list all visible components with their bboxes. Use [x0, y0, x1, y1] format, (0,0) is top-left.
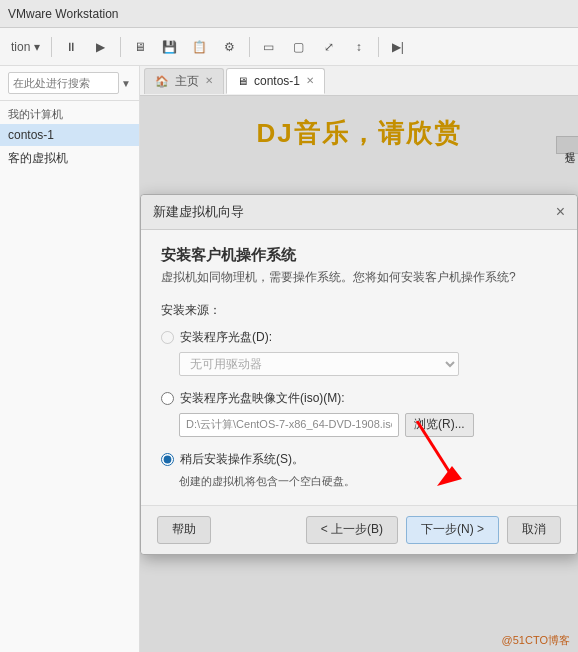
- dialog-titlebar: 新建虚拟机向导 ×: [141, 195, 577, 230]
- menu-button[interactable]: tion ▾: [6, 34, 45, 60]
- dialog-close-button[interactable]: ×: [556, 204, 565, 220]
- tab-contos1-close[interactable]: ✕: [306, 76, 314, 86]
- next-button[interactable]: 下一步(N) >: [406, 516, 499, 544]
- search-input[interactable]: [8, 72, 119, 94]
- app-title: VMware Workstation: [8, 7, 118, 21]
- install-options: 安装程序光盘(D): 无可用驱动器: [161, 329, 557, 489]
- toolbar-divider-4: [378, 37, 379, 57]
- dialog-body: 安装客户机操作系统 虚拟机如同物理机，需要操作系统。您将如何安装客户机操作系统?…: [141, 230, 577, 505]
- dialog-subtext: 虚拟机如同物理机，需要操作系统。您将如何安装客户机操作系统?: [161, 269, 557, 286]
- tab-home[interactable]: 🏠 主页 ✕: [144, 68, 224, 94]
- toolbar-icon-1[interactable]: 🖥: [127, 34, 153, 60]
- toolbar-icon-4[interactable]: ⚙: [217, 34, 243, 60]
- home-icon: 🏠: [155, 75, 169, 88]
- toolbar-icon-2[interactable]: 💾: [157, 34, 183, 60]
- later-description: 创建的虚拟机将包含一个空白硬盘。: [179, 474, 557, 489]
- sidebar-search-area: ▼: [0, 66, 139, 101]
- option-later: 稍后安装操作系统(S)。 创建的虚拟机将包含一个空白硬盘。: [161, 451, 557, 489]
- pause-button[interactable]: ⏸: [58, 34, 84, 60]
- main-area: ▼ 我的计算机 contos-1 客的虚拟机 🏠 主页 ✕ 🖥 contos-1…: [0, 66, 578, 652]
- iso-path-input[interactable]: [179, 413, 399, 437]
- toolbar-divider-2: [120, 37, 121, 57]
- help-button[interactable]: 帮助: [157, 516, 211, 544]
- dialog-title: 新建虚拟机向导: [153, 203, 244, 221]
- optical-input-row: 无可用驱动器: [179, 352, 557, 376]
- option-optical: 安装程序光盘(D): 无可用驱动器: [161, 329, 557, 376]
- later-radio-row: 稍后安装操作系统(S)。: [161, 451, 557, 468]
- toolbar-divider-1: [51, 37, 52, 57]
- page-content: DJ音乐，请欣赏 远程 新建虚拟机向导 × 安装客户机操作系统: [140, 96, 578, 652]
- sidebar: ▼ 我的计算机 contos-1 客的虚拟机: [0, 66, 140, 652]
- tab-bar: 🏠 主页 ✕ 🖥 contos-1 ✕: [140, 66, 578, 96]
- browse-button[interactable]: 浏览(R)...: [405, 413, 474, 437]
- toolbar-icon-9[interactable]: ▶|: [385, 34, 411, 60]
- dialog-footer: 帮助 < 上一步(B) 下一步(N) > 取消: [141, 505, 577, 554]
- iso-radio[interactable]: [161, 392, 174, 405]
- iso-label: 安装程序光盘映像文件(iso)(M):: [180, 390, 345, 407]
- my-computer-label: 我的计算机: [0, 101, 139, 124]
- sidebar-item-contos1[interactable]: contos-1: [0, 124, 139, 146]
- modal-overlay: 新建虚拟机向导 × 安装客户机操作系统 虚拟机如同物理机，需要操作系统。您将如何…: [140, 96, 578, 652]
- content-area: 🏠 主页 ✕ 🖥 contos-1 ✕ DJ音乐，请欣赏 远程: [140, 66, 578, 652]
- optical-label: 安装程序光盘(D):: [180, 329, 272, 346]
- install-source-label: 安装来源：: [161, 302, 557, 319]
- toolbar-icon-7[interactable]: ⤢: [316, 34, 342, 60]
- search-arrow-icon[interactable]: ▼: [121, 78, 131, 89]
- vm-icon: 🖥: [237, 75, 248, 87]
- toolbar: tion ▾ ⏸ ▶ 🖥 💾 📋 ⚙ ▭ ▢ ⤢ ↕ ▶|: [0, 28, 578, 66]
- sidebar-item-vms[interactable]: 客的虚拟机: [0, 146, 139, 171]
- resume-button[interactable]: ▶: [88, 34, 114, 60]
- iso-input-row: 浏览(R)...: [179, 413, 557, 437]
- titlebar: VMware Workstation: [0, 0, 578, 28]
- back-button[interactable]: < 上一步(B): [306, 516, 398, 544]
- optical-drive-select[interactable]: 无可用驱动器: [179, 352, 459, 376]
- optical-radio-row: 安装程序光盘(D):: [161, 329, 557, 346]
- toolbar-icon-5[interactable]: ▭: [256, 34, 282, 60]
- option-iso: 安装程序光盘映像文件(iso)(M): 浏览(R)...: [161, 390, 557, 437]
- later-radio[interactable]: [161, 453, 174, 466]
- later-label: 稍后安装操作系统(S)。: [180, 451, 304, 468]
- toolbar-icon-8[interactable]: ↕: [346, 34, 372, 60]
- toolbar-icon-3[interactable]: 📋: [187, 34, 213, 60]
- tab-home-close[interactable]: ✕: [205, 76, 213, 86]
- toolbar-icon-6[interactable]: ▢: [286, 34, 312, 60]
- dialog-heading: 安装客户机操作系统: [161, 246, 557, 265]
- iso-radio-row: 安装程序光盘映像文件(iso)(M):: [161, 390, 557, 407]
- toolbar-divider-3: [249, 37, 250, 57]
- footer-right-buttons: < 上一步(B) 下一步(N) > 取消: [306, 516, 561, 544]
- tab-contos1[interactable]: 🖥 contos-1 ✕: [226, 68, 325, 94]
- new-vm-dialog: 新建虚拟机向导 × 安装客户机操作系统 虚拟机如同物理机，需要操作系统。您将如何…: [140, 194, 578, 555]
- cancel-button[interactable]: 取消: [507, 516, 561, 544]
- optical-radio[interactable]: [161, 331, 174, 344]
